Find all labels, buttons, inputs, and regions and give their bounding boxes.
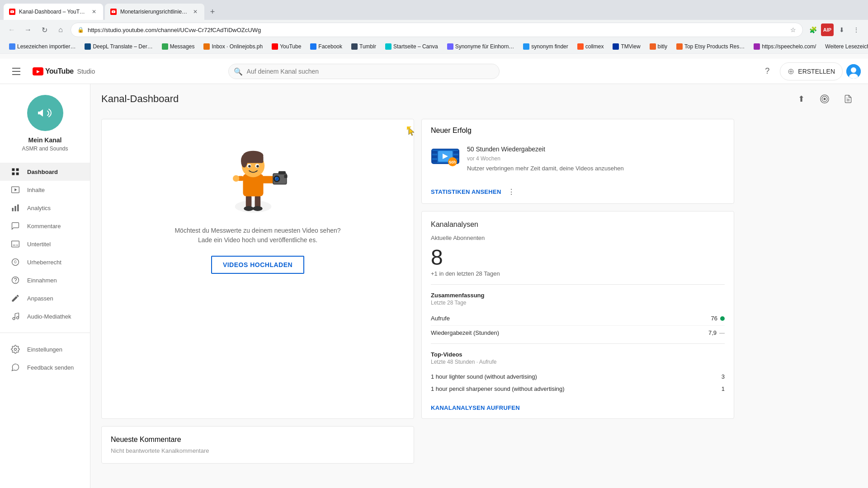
sidebar-item-einstellungen[interactable]: Einstellungen (0, 340, 90, 358)
home-button[interactable]: ⌂ (54, 23, 67, 36)
bookmark-import[interactable]: Lesezeichen importier… (5, 42, 79, 52)
create-label: ERSTELLEN (798, 68, 835, 75)
download-button[interactable]: ⬇ (835, 23, 848, 36)
browser-tab-1[interactable]: Kanal-Dashboard – YouTube St… ✕ (4, 4, 103, 20)
bookmark-synonym-finder[interactable]: synonym finder (519, 42, 571, 52)
achievement-time: vor 4 Wochen (467, 155, 624, 162)
bookmark-star-icon: ☆ (790, 26, 796, 33)
top-video-2-views: 1 (722, 385, 725, 392)
create-button[interactable]: ⊕ ERSTELLEN (780, 62, 843, 80)
bookmark-synonyme[interactable]: Synonyme für Einhorn… (443, 42, 518, 52)
achievement-card-title: Neuer Erfolg (422, 119, 734, 138)
analytics-link-section: KANALANALYSEN AUFRUFEN (422, 399, 734, 418)
sidebar-navigation: Dashboard Inhalte Analytics (0, 159, 90, 329)
bookmark-tmview[interactable]: TMView (609, 42, 644, 52)
search-container: 🔍 (228, 64, 500, 79)
analytics-link[interactable]: KANALANALYSEN AUFRUFEN (431, 404, 520, 411)
einstellungen-icon (11, 345, 20, 354)
upload-videos-button[interactable]: VIDEOS HOCHLADEN (211, 256, 304, 274)
bookmark-collmex[interactable]: collmex (574, 42, 608, 52)
bookmark-speechelo[interactable]: https://speechelo.com/ (750, 42, 820, 52)
top-navigation: YouTube Studio 🔍 ? ⊕ ERSTELLEN (0, 59, 868, 84)
bookmark-youtube[interactable]: YouTube (268, 42, 305, 52)
summary-subtitle: Letzte 28 Tage (431, 300, 725, 306)
reload-button[interactable]: ↻ (38, 23, 51, 36)
extensions-button[interactable]: 🧩 (807, 23, 819, 36)
svg-rect-11 (14, 206, 16, 211)
live-action-button[interactable] (816, 90, 834, 108)
sidebar-item-anpassen[interactable]: Anpassen (0, 289, 90, 307)
achievement-card: Neuer Erfolg (421, 119, 734, 204)
bookmark-inbox[interactable]: Inbox · Onlinejobs.ph (200, 42, 266, 52)
browser-tab-2[interactable]: Monetarisierungsrichtlinien vo… ✕ (105, 4, 204, 20)
svg-point-20 (17, 317, 19, 319)
sidebar-item-einnahmen[interactable]: Einnahmen (0, 271, 90, 289)
sidebar-item-kommentare[interactable]: Kommentare (0, 217, 90, 235)
new-tab-button[interactable]: + (206, 5, 219, 18)
svg-point-31 (253, 206, 263, 211)
inhalte-label: Inhalte (27, 187, 45, 193)
svg-text:©: © (14, 260, 17, 264)
profile-button[interactable]: AIP (821, 23, 834, 36)
svg-rect-54 (432, 151, 437, 154)
channel-avatar[interactable] (27, 95, 63, 131)
nav-right-actions: ? ⊕ ERSTELLEN (758, 62, 861, 80)
bookmark-facebook[interactable]: Facebook (307, 42, 346, 52)
top-video-1-views: 3 (722, 373, 725, 380)
audio-icon (11, 312, 20, 321)
search-input[interactable] (228, 64, 500, 79)
svg-rect-32 (243, 174, 264, 197)
sidebar-item-urheberrecht[interactable]: © Urheberrecht (0, 253, 90, 271)
statistics-link[interactable]: STATISTIKEN ANSEHEN (431, 188, 501, 195)
bookmark-tumblr[interactable]: Tumblr (348, 42, 380, 52)
lock-icon: 🔒 (77, 27, 84, 33)
bookmark-deepl[interactable]: DeepL Translate – Der… (81, 42, 156, 52)
channel-subtitle: ASMR and Sounds (22, 145, 68, 152)
sidebar-item-analytics[interactable]: Analytics (0, 199, 90, 217)
sidebar-item-untertitel[interactable]: Untertitel (0, 235, 90, 253)
sidebar-item-inhalte[interactable]: Inhalte (0, 181, 90, 199)
achievement-actions: STATISTIKEN ANSEHEN ⋮ (422, 180, 734, 203)
url-text: https://studio.youtube.com/channel/UCvw-… (88, 27, 787, 33)
yt-studio-logo[interactable]: YouTube Studio (33, 67, 95, 75)
svg-point-39 (276, 178, 277, 178)
bookmarks-bar: Lesezeichen importier… DeepL Translate –… (0, 40, 868, 54)
einnahmen-icon (11, 276, 20, 285)
achievement-more-button[interactable]: ⋮ (505, 185, 518, 198)
user-avatar[interactable] (846, 64, 861, 79)
svg-point-19 (13, 318, 15, 320)
sidebar-item-feedback[interactable]: Feedback senden (0, 358, 90, 376)
create-icon: ⊕ (788, 66, 794, 76)
upload-action-button[interactable]: ⬆ (792, 90, 810, 108)
bookmark-canva[interactable]: Startseite – Canva (382, 42, 442, 52)
einnahmen-label: Einnahmen (27, 277, 57, 284)
sidebar-item-audio[interactable]: Audio-Mediathek (0, 307, 90, 325)
subscribers-count: 8 (422, 243, 734, 270)
top-videos-title: Top-Videos (431, 351, 725, 358)
aufrufe-trend-icon (720, 316, 725, 321)
tab-close-1[interactable]: ✕ (90, 8, 98, 15)
forward-button[interactable]: → (22, 23, 34, 36)
bookmark-bitly[interactable]: bitly (646, 42, 671, 52)
aufrufe-value: 76 (711, 315, 717, 322)
sidebar-item-dashboard[interactable]: Dashboard (0, 163, 90, 181)
hamburger-menu[interactable] (7, 62, 25, 80)
dashboard-icon (11, 167, 20, 176)
menu-button[interactable]: ⋮ (850, 23, 863, 36)
wiedergabezeit-value: 7,9 (708, 329, 717, 336)
svg-point-1 (851, 67, 856, 73)
help-button[interactable]: ? (758, 62, 776, 80)
bookmark-more[interactable]: Weitere Lesezeichen (821, 42, 868, 52)
audio-label: Audio-Mediathek (27, 313, 71, 320)
back-button[interactable]: ← (5, 23, 18, 36)
bookmark-etsy[interactable]: Top Etsy Products Res… (673, 42, 748, 52)
tab-close-2[interactable]: ✕ (192, 8, 199, 15)
upload-prompt-text: Möchtest du Messwerte zu deinem neuesten… (175, 226, 340, 245)
kommentare-icon (11, 221, 20, 230)
address-bar[interactable]: 🔒 https://studio.youtube.com/channel/UCv… (71, 23, 803, 37)
bookmark-messages[interactable]: Messages (158, 42, 198, 52)
filmmaker-illustration (212, 137, 303, 219)
svg-point-51 (233, 175, 239, 182)
edit-action-button[interactable] (839, 90, 857, 108)
untertitel-label: Untertitel (27, 241, 51, 248)
